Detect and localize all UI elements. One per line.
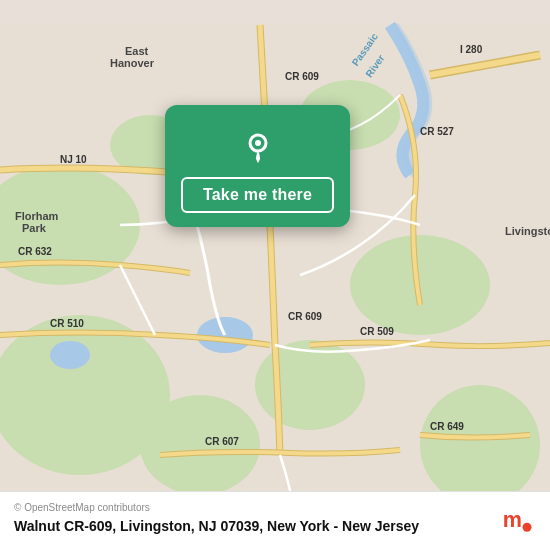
svg-text:East: East [125, 45, 149, 57]
svg-text:NJ 10: NJ 10 [60, 154, 87, 165]
svg-point-30 [255, 140, 261, 146]
svg-text:Hanover: Hanover [110, 57, 155, 69]
address-text: Walnut CR-609, Livingston, NJ 07039, New… [14, 517, 490, 537]
svg-text:I 280: I 280 [460, 44, 483, 55]
svg-point-6 [255, 340, 365, 430]
svg-point-3 [140, 395, 260, 495]
svg-text:CR 607: CR 607 [205, 436, 239, 447]
svg-point-5 [420, 385, 540, 505]
location-pin-icon [236, 123, 280, 167]
moovit-logo: m [500, 502, 536, 538]
take-me-there-button[interactable]: Take me there [181, 177, 334, 213]
map-svg: I 280 NJ 10 CR 609 CR 609 CR 527 CR 632 … [0, 0, 550, 550]
svg-text:CR 609: CR 609 [285, 71, 319, 82]
map-container: I 280 NJ 10 CR 609 CR 609 CR 527 CR 632 … [0, 0, 550, 550]
svg-text:CR 527: CR 527 [420, 126, 454, 137]
svg-text:m: m [503, 507, 522, 532]
osm-credit: © OpenStreetMap contributors [14, 502, 490, 513]
svg-text:Florham: Florham [15, 210, 59, 222]
svg-text:Park: Park [22, 222, 47, 234]
svg-text:Livingston: Livingston [505, 225, 550, 237]
svg-text:CR 509: CR 509 [360, 326, 394, 337]
svg-text:CR 632: CR 632 [18, 246, 52, 257]
svg-text:CR 510: CR 510 [50, 318, 84, 329]
moovit-icon: m [500, 502, 536, 538]
address-block: © OpenStreetMap contributors Walnut CR-6… [14, 502, 490, 537]
svg-text:CR 609: CR 609 [288, 311, 322, 322]
svg-point-10 [50, 341, 90, 369]
svg-text:CR 649: CR 649 [430, 421, 464, 432]
svg-point-33 [523, 523, 532, 532]
bottom-bar: © OpenStreetMap contributors Walnut CR-6… [0, 491, 550, 550]
popup-card: Take me there [165, 105, 350, 227]
